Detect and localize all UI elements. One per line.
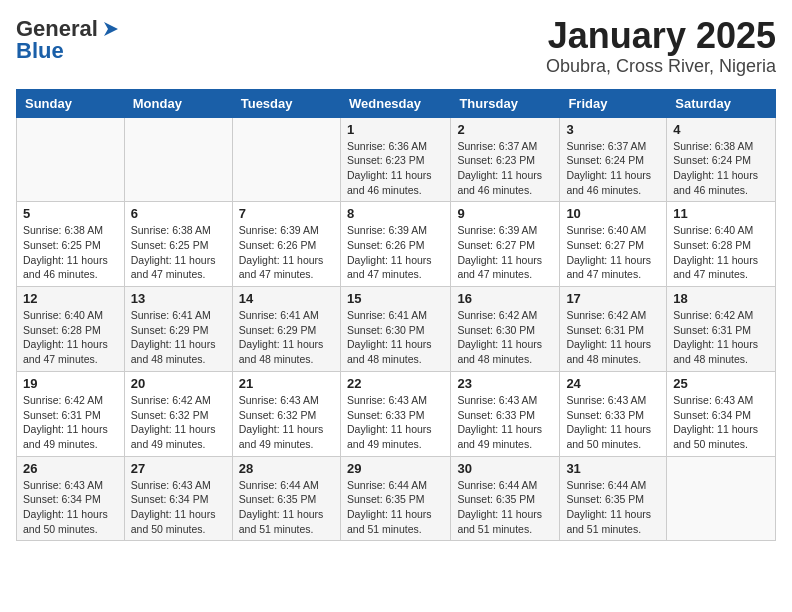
calendar-week-row: 26Sunrise: 6:43 AMSunset: 6:34 PMDayligh… xyxy=(17,456,776,541)
calendar-cell: 16Sunrise: 6:42 AMSunset: 6:30 PMDayligh… xyxy=(451,287,560,372)
calendar-cell xyxy=(232,117,340,202)
calendar-week-row: 19Sunrise: 6:42 AMSunset: 6:31 PMDayligh… xyxy=(17,371,776,456)
header-tuesday: Tuesday xyxy=(232,89,340,117)
day-info: Sunrise: 6:42 AMSunset: 6:31 PMDaylight:… xyxy=(673,308,769,367)
calendar-cell: 11Sunrise: 6:40 AMSunset: 6:28 PMDayligh… xyxy=(667,202,776,287)
calendar-header-row: SundayMondayTuesdayWednesdayThursdayFrid… xyxy=(17,89,776,117)
day-number: 1 xyxy=(347,122,444,137)
day-info: Sunrise: 6:42 AMSunset: 6:32 PMDaylight:… xyxy=(131,393,226,452)
day-info: Sunrise: 6:40 AMSunset: 6:28 PMDaylight:… xyxy=(23,308,118,367)
day-info: Sunrise: 6:39 AMSunset: 6:27 PMDaylight:… xyxy=(457,223,553,282)
day-info: Sunrise: 6:40 AMSunset: 6:28 PMDaylight:… xyxy=(673,223,769,282)
day-number: 25 xyxy=(673,376,769,391)
day-info: Sunrise: 6:43 AMSunset: 6:32 PMDaylight:… xyxy=(239,393,334,452)
day-info: Sunrise: 6:41 AMSunset: 6:30 PMDaylight:… xyxy=(347,308,444,367)
day-number: 9 xyxy=(457,206,553,221)
day-number: 28 xyxy=(239,461,334,476)
logo-bird-icon xyxy=(100,20,118,38)
day-number: 15 xyxy=(347,291,444,306)
calendar-cell: 1Sunrise: 6:36 AMSunset: 6:23 PMDaylight… xyxy=(340,117,450,202)
calendar-cell: 3Sunrise: 6:37 AMSunset: 6:24 PMDaylight… xyxy=(560,117,667,202)
day-info: Sunrise: 6:43 AMSunset: 6:34 PMDaylight:… xyxy=(23,478,118,537)
day-number: 14 xyxy=(239,291,334,306)
day-number: 23 xyxy=(457,376,553,391)
day-number: 4 xyxy=(673,122,769,137)
day-info: Sunrise: 6:38 AMSunset: 6:25 PMDaylight:… xyxy=(131,223,226,282)
header-saturday: Saturday xyxy=(667,89,776,117)
day-info: Sunrise: 6:42 AMSunset: 6:31 PMDaylight:… xyxy=(566,308,660,367)
day-info: Sunrise: 6:43 AMSunset: 6:33 PMDaylight:… xyxy=(457,393,553,452)
day-number: 12 xyxy=(23,291,118,306)
day-number: 11 xyxy=(673,206,769,221)
day-number: 20 xyxy=(131,376,226,391)
calendar-week-row: 1Sunrise: 6:36 AMSunset: 6:23 PMDaylight… xyxy=(17,117,776,202)
header-wednesday: Wednesday xyxy=(340,89,450,117)
header-sunday: Sunday xyxy=(17,89,125,117)
calendar-table: SundayMondayTuesdayWednesdayThursdayFrid… xyxy=(16,89,776,542)
calendar-cell: 17Sunrise: 6:42 AMSunset: 6:31 PMDayligh… xyxy=(560,287,667,372)
day-info: Sunrise: 6:38 AMSunset: 6:24 PMDaylight:… xyxy=(673,139,769,198)
calendar-cell: 22Sunrise: 6:43 AMSunset: 6:33 PMDayligh… xyxy=(340,371,450,456)
day-info: Sunrise: 6:36 AMSunset: 6:23 PMDaylight:… xyxy=(347,139,444,198)
header-monday: Monday xyxy=(124,89,232,117)
day-number: 17 xyxy=(566,291,660,306)
calendar-cell: 8Sunrise: 6:39 AMSunset: 6:26 PMDaylight… xyxy=(340,202,450,287)
day-number: 24 xyxy=(566,376,660,391)
logo-blue: Blue xyxy=(16,38,64,64)
calendar-cell: 28Sunrise: 6:44 AMSunset: 6:35 PMDayligh… xyxy=(232,456,340,541)
day-info: Sunrise: 6:43 AMSunset: 6:34 PMDaylight:… xyxy=(673,393,769,452)
day-number: 26 xyxy=(23,461,118,476)
day-info: Sunrise: 6:39 AMSunset: 6:26 PMDaylight:… xyxy=(239,223,334,282)
day-number: 7 xyxy=(239,206,334,221)
day-info: Sunrise: 6:37 AMSunset: 6:23 PMDaylight:… xyxy=(457,139,553,198)
calendar-week-row: 5Sunrise: 6:38 AMSunset: 6:25 PMDaylight… xyxy=(17,202,776,287)
day-info: Sunrise: 6:43 AMSunset: 6:33 PMDaylight:… xyxy=(566,393,660,452)
header-thursday: Thursday xyxy=(451,89,560,117)
calendar-cell: 7Sunrise: 6:39 AMSunset: 6:26 PMDaylight… xyxy=(232,202,340,287)
day-number: 5 xyxy=(23,206,118,221)
day-info: Sunrise: 6:41 AMSunset: 6:29 PMDaylight:… xyxy=(239,308,334,367)
calendar-cell: 5Sunrise: 6:38 AMSunset: 6:25 PMDaylight… xyxy=(17,202,125,287)
day-info: Sunrise: 6:44 AMSunset: 6:35 PMDaylight:… xyxy=(457,478,553,537)
day-number: 13 xyxy=(131,291,226,306)
header-friday: Friday xyxy=(560,89,667,117)
calendar-cell: 12Sunrise: 6:40 AMSunset: 6:28 PMDayligh… xyxy=(17,287,125,372)
calendar-cell: 31Sunrise: 6:44 AMSunset: 6:35 PMDayligh… xyxy=(560,456,667,541)
day-number: 22 xyxy=(347,376,444,391)
logo: General Blue xyxy=(16,16,118,64)
day-info: Sunrise: 6:43 AMSunset: 6:33 PMDaylight:… xyxy=(347,393,444,452)
calendar-cell: 6Sunrise: 6:38 AMSunset: 6:25 PMDaylight… xyxy=(124,202,232,287)
day-info: Sunrise: 6:44 AMSunset: 6:35 PMDaylight:… xyxy=(239,478,334,537)
calendar-cell xyxy=(17,117,125,202)
day-info: Sunrise: 6:42 AMSunset: 6:31 PMDaylight:… xyxy=(23,393,118,452)
title-block: January 2025 Obubra, Cross River, Nigeri… xyxy=(546,16,776,77)
day-info: Sunrise: 6:37 AMSunset: 6:24 PMDaylight:… xyxy=(566,139,660,198)
calendar-cell: 25Sunrise: 6:43 AMSunset: 6:34 PMDayligh… xyxy=(667,371,776,456)
calendar-week-row: 12Sunrise: 6:40 AMSunset: 6:28 PMDayligh… xyxy=(17,287,776,372)
calendar-cell: 14Sunrise: 6:41 AMSunset: 6:29 PMDayligh… xyxy=(232,287,340,372)
day-number: 8 xyxy=(347,206,444,221)
svg-marker-0 xyxy=(104,22,118,36)
day-number: 29 xyxy=(347,461,444,476)
calendar-cell: 24Sunrise: 6:43 AMSunset: 6:33 PMDayligh… xyxy=(560,371,667,456)
calendar-cell xyxy=(667,456,776,541)
calendar-cell: 23Sunrise: 6:43 AMSunset: 6:33 PMDayligh… xyxy=(451,371,560,456)
calendar-cell: 10Sunrise: 6:40 AMSunset: 6:27 PMDayligh… xyxy=(560,202,667,287)
day-number: 16 xyxy=(457,291,553,306)
day-info: Sunrise: 6:39 AMSunset: 6:26 PMDaylight:… xyxy=(347,223,444,282)
calendar-cell: 19Sunrise: 6:42 AMSunset: 6:31 PMDayligh… xyxy=(17,371,125,456)
day-number: 10 xyxy=(566,206,660,221)
day-number: 19 xyxy=(23,376,118,391)
day-info: Sunrise: 6:40 AMSunset: 6:27 PMDaylight:… xyxy=(566,223,660,282)
day-number: 30 xyxy=(457,461,553,476)
calendar-cell: 18Sunrise: 6:42 AMSunset: 6:31 PMDayligh… xyxy=(667,287,776,372)
page-title: January 2025 xyxy=(546,16,776,56)
day-info: Sunrise: 6:42 AMSunset: 6:30 PMDaylight:… xyxy=(457,308,553,367)
calendar-cell xyxy=(124,117,232,202)
day-number: 27 xyxy=(131,461,226,476)
calendar-cell: 9Sunrise: 6:39 AMSunset: 6:27 PMDaylight… xyxy=(451,202,560,287)
calendar-cell: 21Sunrise: 6:43 AMSunset: 6:32 PMDayligh… xyxy=(232,371,340,456)
day-number: 21 xyxy=(239,376,334,391)
calendar-cell: 20Sunrise: 6:42 AMSunset: 6:32 PMDayligh… xyxy=(124,371,232,456)
calendar-cell: 2Sunrise: 6:37 AMSunset: 6:23 PMDaylight… xyxy=(451,117,560,202)
